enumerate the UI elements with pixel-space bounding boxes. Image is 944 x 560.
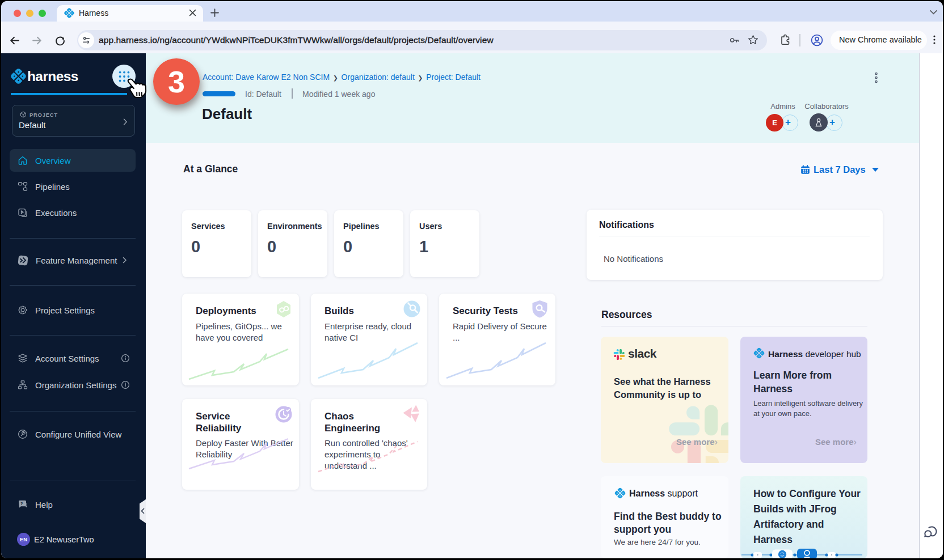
svg-text:?: ? (20, 501, 23, 506)
